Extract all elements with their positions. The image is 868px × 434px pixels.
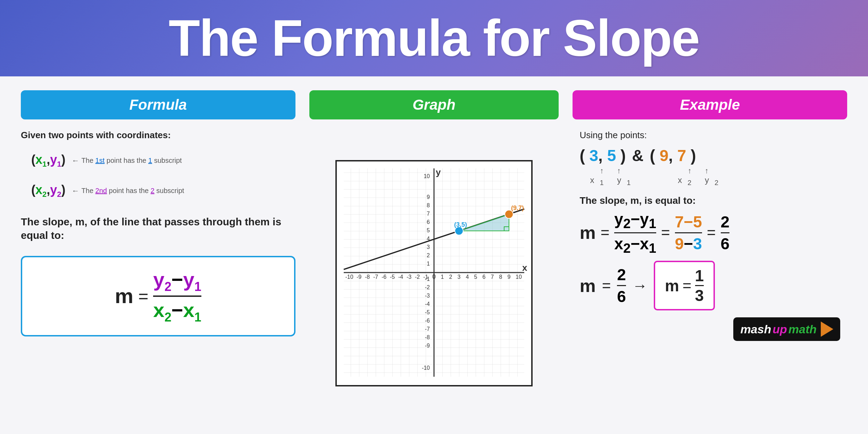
formula-fraction: y2−y1 x2−x1 bbox=[153, 268, 201, 324]
ex-den-values: 9−3 bbox=[675, 234, 702, 253]
formula-header-label: Formula bbox=[129, 97, 187, 113]
arrows-2: ↑ ↑ bbox=[688, 166, 714, 175]
example-header-label: Example bbox=[680, 97, 740, 113]
svg-text:-6: -6 bbox=[382, 274, 386, 280]
slope-formula-line: m = y2−y1 x2−x1 = 7−5 9−3 bbox=[579, 210, 840, 256]
svg-text:7: 7 bbox=[427, 211, 430, 217]
svg-text:5: 5 bbox=[474, 274, 477, 280]
svg-text:1: 1 bbox=[427, 261, 430, 267]
logo-mash: mash bbox=[740, 323, 771, 336]
svg-text:-7: -7 bbox=[373, 274, 378, 280]
ex-line-result bbox=[721, 232, 730, 233]
svg-text:4: 4 bbox=[466, 274, 469, 280]
svg-text:6: 6 bbox=[483, 274, 486, 280]
svg-text:2: 2 bbox=[427, 252, 430, 258]
ex-m: m bbox=[579, 222, 595, 243]
svg-text:3: 3 bbox=[427, 244, 430, 250]
svg-text:6: 6 bbox=[427, 219, 430, 225]
point1-line: (x1,y1) ← The 1st point has the 1 subscr… bbox=[31, 152, 295, 169]
svg-text:10: 10 bbox=[516, 274, 522, 280]
example-content: Using the points: ( 3, 5 ) & ( 9, 7 ) ↑ … bbox=[573, 126, 847, 344]
graph-column: Graph bbox=[309, 90, 559, 420]
final-num: 1 bbox=[695, 266, 704, 285]
svg-text:-7: -7 bbox=[425, 326, 430, 332]
graph-svg-wrap: 0 1 2 3 4 5 6 7 8 9 10 -1 -2 -3 -4 bbox=[335, 160, 533, 386]
arrows-1: ↑ ↑ bbox=[600, 166, 626, 175]
svg-text:-5: -5 bbox=[390, 274, 395, 280]
svg-text:10: 10 bbox=[424, 173, 430, 179]
ex-fraction-values: 7−5 9−3 bbox=[675, 212, 702, 253]
svg-text:9: 9 bbox=[508, 274, 511, 280]
formula-column: Formula Given two points with coordinate… bbox=[21, 90, 295, 420]
svg-text:-4: -4 bbox=[398, 274, 403, 280]
svg-text:3: 3 bbox=[458, 274, 461, 280]
svg-text:-3: -3 bbox=[425, 293, 430, 299]
logo-up: up bbox=[773, 323, 787, 336]
svg-text:(3,5): (3,5) bbox=[454, 221, 467, 228]
svg-text:-8: -8 bbox=[425, 334, 430, 340]
final-m: m bbox=[665, 276, 679, 295]
ex-fraction-generic: y2−y1 x2−x1 bbox=[614, 210, 656, 256]
graph-container: 0 1 2 3 4 5 6 7 8 9 10 -1 -2 -3 -4 bbox=[309, 126, 559, 420]
logo-area: mash up math bbox=[579, 310, 840, 341]
simplify-den: 6 bbox=[617, 287, 626, 306]
ex-eq3: = bbox=[707, 224, 716, 241]
point2-label: (x2,y2) bbox=[31, 183, 66, 199]
amp: & bbox=[632, 146, 643, 165]
ex-num-values: 7−5 bbox=[675, 212, 702, 231]
graph-header-label: Graph bbox=[412, 97, 456, 113]
svg-text:-2: -2 bbox=[415, 274, 420, 280]
svg-text:1: 1 bbox=[441, 274, 444, 280]
final-fraction: 1 3 bbox=[695, 266, 704, 305]
svg-text:-6: -6 bbox=[425, 318, 430, 324]
svg-text:7: 7 bbox=[491, 274, 494, 280]
simplify-eq: = bbox=[602, 277, 611, 294]
ex-line-values bbox=[675, 232, 702, 233]
svg-text:8: 8 bbox=[427, 202, 430, 208]
ex-eq1: = bbox=[601, 224, 610, 241]
graph-header: Graph bbox=[309, 90, 559, 119]
slope-desc: The slope, m, of the line that passes th… bbox=[21, 215, 295, 242]
arrow-right: → bbox=[632, 277, 648, 294]
final-answer-box: m = 1 3 bbox=[654, 261, 715, 310]
example-header: Example bbox=[573, 90, 847, 119]
sub-group-1: ↑ ↑ x1 y1 bbox=[590, 166, 636, 187]
ex-line-generic bbox=[614, 232, 656, 233]
example-point1: ( 3, 5 ) bbox=[579, 146, 626, 165]
graph-svg: 0 1 2 3 4 5 6 7 8 9 10 -1 -2 -3 -4 bbox=[337, 161, 531, 384]
svg-text:-3: -3 bbox=[407, 274, 411, 280]
slope-simplify: m = 2 6 → m = 1 3 bbox=[579, 261, 840, 310]
svg-text:-10: -10 bbox=[345, 274, 353, 280]
example-column: Example Using the points: ( 3, 5 ) & ( 9… bbox=[573, 90, 847, 420]
ex-result-den: 6 bbox=[721, 234, 730, 253]
ex-den-generic: x2−x1 bbox=[614, 234, 656, 256]
slope-equal-text: The slope, m, is equal to: bbox=[579, 195, 840, 206]
simplify-num: 2 bbox=[617, 265, 626, 284]
svg-text:y: y bbox=[436, 167, 441, 177]
formula-m: m bbox=[115, 284, 133, 308]
using-text: Using the points: bbox=[579, 130, 840, 141]
svg-text:-2: -2 bbox=[425, 284, 430, 290]
page-title: The Formula for Slope bbox=[169, 9, 700, 68]
svg-text:-10: -10 bbox=[422, 365, 430, 371]
point2-line: (x2,y2) ← The 2nd point has the 2 subscr… bbox=[31, 183, 295, 199]
mashupmath-logo: mash up math bbox=[733, 317, 840, 341]
labels-2: x2 y2 bbox=[678, 175, 724, 187]
formula-equals: = bbox=[138, 286, 148, 306]
svg-text:2: 2 bbox=[449, 274, 452, 280]
labels-1: x1 y1 bbox=[590, 175, 636, 187]
svg-text:9: 9 bbox=[427, 194, 430, 200]
svg-text:0: 0 bbox=[432, 273, 436, 280]
ex-eq2: = bbox=[661, 224, 670, 241]
formula-header: Formula bbox=[21, 90, 295, 119]
example-point2: ( 9, 7 ) bbox=[650, 146, 696, 165]
logo-math: math bbox=[788, 323, 817, 336]
simplify-m: m bbox=[579, 275, 595, 296]
formula-box: m = y2−y1 x2−x1 bbox=[21, 256, 295, 336]
svg-text:-8: -8 bbox=[365, 274, 370, 280]
main-content: Formula Given two points with coordinate… bbox=[0, 76, 868, 434]
svg-text:-9: -9 bbox=[357, 274, 361, 280]
final-den: 3 bbox=[695, 286, 704, 305]
svg-text:(9,7): (9,7) bbox=[511, 205, 524, 211]
svg-text:x: x bbox=[522, 262, 527, 273]
